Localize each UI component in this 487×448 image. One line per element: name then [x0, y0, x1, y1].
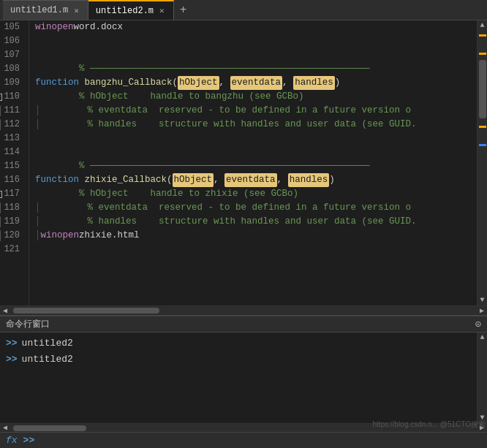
fx-bar: fx >>: [0, 432, 487, 448]
code-line-107: [35, 48, 477, 62]
code-line-120: │ winopen zhixie.html: [35, 229, 477, 243]
scroll-right-arrow[interactable]: ▶: [477, 306, 487, 315]
scroll-marker-2: [479, 53, 486, 55]
command-window: 命令行窗口 ⊙ >>untitled2>>untitled2 ▲ ▼ ◀ ▶: [0, 315, 487, 432]
command-header: 命令行窗口 ⊙: [0, 316, 487, 333]
tab-untitled1[interactable]: untitled1.m ✕: [3, 0, 88, 20]
code-line-113: [35, 132, 477, 145]
line-number-105: 105: [0, 20, 23, 34]
command-vscrollbar[interactable]: ▲ ▼: [477, 333, 487, 423]
command-prompt: >>: [6, 335, 18, 352]
line-number-120: 120: [0, 229, 23, 243]
tab-untitled1-close[interactable]: ✕: [72, 6, 80, 15]
editor-hscroll-track: [10, 306, 477, 315]
scroll-marker-6: [479, 126, 486, 128]
code-line-115: % ──────────────────────────────────────…: [35, 159, 477, 173]
code-line-108: % ──────────────────────────────────────…: [35, 62, 477, 76]
fx-prompt: >>: [23, 435, 35, 446]
line-number-117: −117: [0, 187, 23, 201]
code-line-112: │ % handles structure with handles and u…: [35, 118, 477, 132]
cmd-scroll-up[interactable]: ▲: [477, 333, 487, 343]
editor-hscrollbar[interactable]: ◀ ▶: [0, 305, 487, 315]
cmd-scroll-left[interactable]: ◀: [0, 424, 10, 433]
code-line-106: [35, 34, 477, 48]
line-number-118: 118: [0, 201, 23, 215]
command-line-1: >>untitled2: [6, 352, 471, 368]
command-prompt: >>: [6, 352, 18, 368]
line-number-106: 106: [0, 34, 23, 48]
tab-bar: untitled1.m ✕ untitled2.m ✕ +: [0, 0, 487, 20]
code-line-109: function bangzhu_Callback(hObject, event…: [35, 76, 477, 90]
fx-label: fx: [6, 435, 18, 446]
editor-area: 105106107108109−110111112113114115116−11…: [0, 20, 487, 305]
scroll-marker-1: [479, 34, 486, 37]
scroll-down-arrow[interactable]: ▼: [477, 295, 487, 305]
code-content[interactable]: winopen word.docx % ────────────────────…: [29, 20, 477, 305]
command-line-0: >>untitled2: [6, 335, 471, 352]
code-line-105: winopen word.docx: [35, 20, 477, 34]
tab-add-button[interactable]: +: [174, 0, 193, 20]
command-body[interactable]: >>untitled2>>untitled2: [0, 333, 477, 423]
editor-hscroll-thumb[interactable]: [13, 308, 159, 314]
command-title: 命令行窗口: [6, 318, 50, 330]
tab-untitled2[interactable]: untitled2.m ✕: [88, 0, 174, 20]
cmd-hscroll-thumb[interactable]: [13, 425, 86, 431]
tab-untitled1-label: untitled1.m: [10, 5, 68, 15]
line-number-111: 111: [0, 104, 23, 118]
code-line-121: [35, 243, 477, 257]
code-line-119: │ % handles structure with handles and u…: [35, 215, 477, 229]
line-numbers: 105106107108109−110111112113114115116−11…: [0, 20, 29, 305]
scroll-up-arrow[interactable]: ▲: [477, 20, 487, 31]
line-number-110: −110: [0, 90, 23, 104]
tab-untitled2-label: untitled2.m: [96, 6, 154, 16]
line-number-107: 107: [0, 48, 23, 62]
editor-vscrollbar[interactable]: ▲ ▼: [477, 20, 487, 305]
line-number-115: 115: [0, 159, 23, 173]
code-line-110: % hObject handle to bangzhu (see GCBo): [35, 90, 477, 104]
cmd-scroll-down[interactable]: ▼: [477, 413, 487, 423]
scrollbar-thumb[interactable]: [479, 60, 486, 118]
scrollbar-track: [477, 31, 487, 295]
line-number-116: 116: [0, 173, 23, 187]
fold-icon-117[interactable]: −: [0, 191, 2, 198]
code-line-116: function zhixie_Callback(hObject, eventd…: [35, 173, 477, 187]
cmd-hscroll-track: [10, 425, 477, 431]
cmd-scroll-track: [477, 343, 487, 413]
line-number-109: 109: [0, 76, 23, 90]
scroll-marker-7: [479, 144, 486, 146]
command-body-row: >>untitled2>>untitled2 ▲ ▼: [0, 333, 487, 423]
code-line-118: │ % eventdata reserved - to be defined i…: [35, 201, 477, 215]
command-hscrollbar[interactable]: ◀ ▶: [0, 423, 487, 432]
line-number-108: 108: [0, 62, 23, 76]
line-number-112: 112: [0, 118, 23, 132]
tab-untitled2-close[interactable]: ✕: [158, 6, 166, 15]
cmd-scroll-right[interactable]: ▶: [477, 424, 487, 433]
line-number-119: 119: [0, 215, 23, 229]
scroll-left-arrow[interactable]: ◀: [0, 306, 10, 315]
command-line-2: [6, 368, 471, 384]
code-line-111: │ % eventdata reserved - to be defined i…: [35, 104, 477, 118]
line-number-113: 113: [0, 132, 23, 145]
line-number-121: 121: [0, 243, 23, 257]
command-collapse-icon[interactable]: ⊙: [475, 318, 481, 330]
fold-icon-110[interactable]: −: [0, 94, 2, 101]
code-line-117: % hObject handle to zhixie (see GCBo): [35, 187, 477, 201]
code-line-114: [35, 145, 477, 159]
line-number-114: 114: [0, 145, 23, 159]
